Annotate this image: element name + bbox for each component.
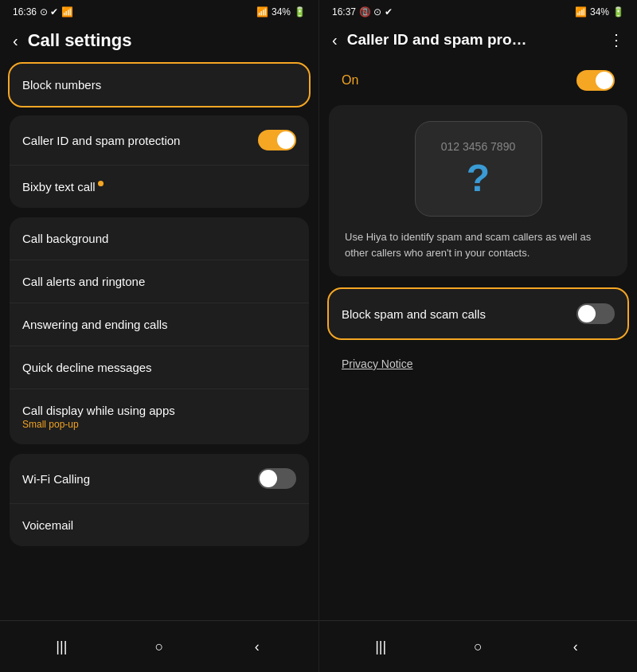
caller-id-toggle[interactable] — [258, 130, 296, 150]
nav-bar-right: ||| ○ ‹ — [319, 620, 637, 672]
left-header: ‹ Call settings — [0, 21, 318, 57]
status-bar-left: 16:36 ⊙ ✔ 📶 📶 34% 🔋 — [0, 0, 318, 21]
quick-decline-label: Quick decline messages — [22, 361, 152, 374]
nav-back-left[interactable]: ‹ — [244, 634, 270, 659]
on-toggle[interactable] — [576, 70, 615, 91]
battery-icon-left: 🔋 — [294, 6, 306, 18]
answering-label: Answering and ending calls — [22, 318, 168, 331]
nav-bar-left: ||| ○ ‹ — [0, 620, 318, 672]
card-wifi: Wi-Fi Calling Voicemail — [10, 454, 309, 546]
caller-id-content: On 012 3456 7890 ? Use Hiya to identify … — [319, 56, 637, 620]
back-button-right[interactable]: ‹ — [332, 31, 338, 49]
call-alerts-label: Call alerts and ringtone — [22, 275, 145, 288]
bixby-text-label: Bixby text call — [22, 180, 104, 193]
battery-right: 34% — [590, 6, 609, 18]
call-background-item[interactable]: Call background — [10, 217, 309, 260]
left-settings-content: Block numbers Caller ID and spam protect… — [0, 57, 318, 620]
signal-left: 📶 — [256, 6, 268, 18]
time-right: 16:37 — [332, 6, 356, 18]
wifi-calling-label: Wi-Fi Calling — [22, 472, 90, 486]
privacy-notice-link[interactable]: Privacy Notice — [329, 351, 627, 377]
phone-screen-mockup: 012 3456 7890 ? — [415, 121, 542, 217]
bixby-dot — [98, 181, 104, 186]
status-icons-left: ⊙ ✔ 📶 — [40, 6, 73, 18]
card-block-numbers: Block numbers — [10, 64, 309, 106]
on-label: On — [342, 73, 358, 88]
signal-right: 📶 — [575, 6, 587, 18]
block-numbers-label: Block numbers — [22, 78, 101, 92]
voicemail-item[interactable]: Voicemail — [10, 504, 309, 546]
caller-id-spam-item[interactable]: Caller ID and spam protection — [10, 115, 309, 166]
block-spam-card: Block spam and scam calls — [329, 289, 627, 338]
status-icons-right: 📵 ⊙ ✔ — [359, 6, 393, 18]
right-phone-panel: 16:37 📵 ⊙ ✔ 📶 34% 🔋 ‹ Caller ID and spam… — [318, 0, 637, 672]
voicemail-label: Voicemail — [22, 518, 73, 532]
block-spam-toggle[interactable] — [576, 303, 615, 324]
phone-mockup-card: 012 3456 7890 ? Use Hiya to identify spa… — [329, 105, 627, 276]
call-display-sublabel: Small pop-up — [22, 419, 175, 430]
nav-home-right[interactable]: ○ — [465, 634, 490, 659]
more-options-icon[interactable]: ⋮ — [608, 30, 624, 49]
nav-back-right[interactable]: ‹ — [563, 634, 588, 659]
nav-recent-left[interactable]: ||| — [49, 634, 74, 659]
nav-home-left[interactable]: ○ — [147, 634, 172, 659]
time-left: 16:36 — [13, 6, 37, 18]
block-numbers-item[interactable]: Block numbers — [10, 64, 309, 106]
battery-icon-right: 🔋 — [612, 6, 624, 18]
call-background-label: Call background — [22, 232, 108, 245]
question-mark-icon: ? — [467, 159, 490, 197]
battery-left: 34% — [272, 6, 291, 18]
mockup-phone-number: 012 3456 7890 — [441, 140, 515, 153]
nav-recent-right[interactable]: ||| — [368, 634, 393, 659]
wifi-calling-item[interactable]: Wi-Fi Calling — [10, 454, 309, 504]
bixby-text-item[interactable]: Bixby text call — [10, 166, 309, 208]
call-display-label: Call display while using apps — [22, 404, 175, 417]
hiya-description: Use Hiya to identify spam and scam calle… — [345, 229, 612, 260]
on-toggle-row[interactable]: On — [329, 56, 627, 105]
caller-id-label: Caller ID and spam protection — [22, 134, 180, 147]
quick-decline-item[interactable]: Quick decline messages — [10, 346, 309, 389]
block-spam-item[interactable]: Block spam and scam calls — [329, 289, 627, 338]
right-header: ‹ Caller ID and spam pro… ⋮ — [319, 21, 637, 56]
card-call-options: Call background Call alerts and ringtone… — [10, 217, 309, 444]
call-alerts-item[interactable]: Call alerts and ringtone — [10, 260, 309, 303]
answering-item[interactable]: Answering and ending calls — [10, 303, 309, 346]
card-caller-id: Caller ID and spam protection Bixby text… — [10, 115, 309, 208]
block-spam-label: Block spam and scam calls — [342, 307, 486, 321]
back-button-left[interactable]: ‹ — [13, 32, 18, 50]
left-phone-panel: 16:36 ⊙ ✔ 📶 📶 34% 🔋 ‹ Call settings Bloc… — [0, 0, 318, 672]
status-bar-right: 16:37 📵 ⊙ ✔ 📶 34% 🔋 — [319, 0, 637, 21]
call-display-item[interactable]: Call display while using apps Small pop-… — [10, 389, 309, 444]
page-title-right: Caller ID and spam pro… — [347, 31, 527, 49]
wifi-calling-toggle[interactable] — [258, 468, 296, 489]
page-title-left: Call settings — [28, 30, 132, 51]
